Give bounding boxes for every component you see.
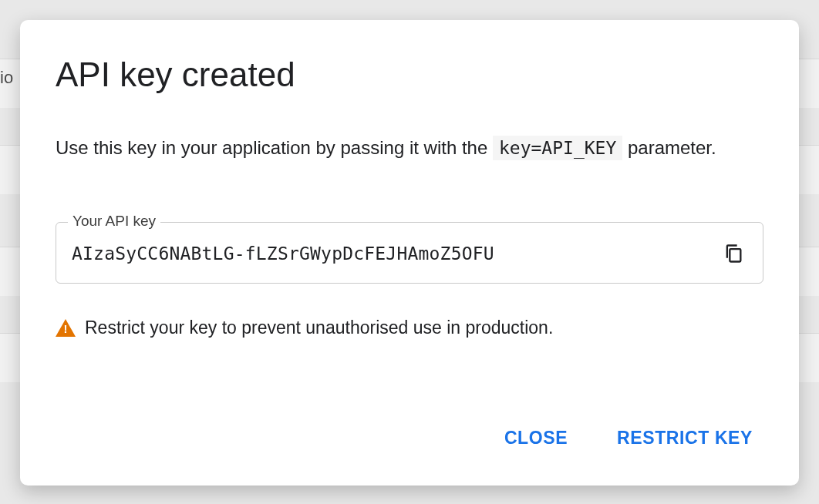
api-key-field: AIzaSyCC6NABtLG-fLZSrGWypDcFEJHAmoZ5OFU: [56, 222, 763, 284]
close-button[interactable]: CLOSE: [501, 420, 571, 456]
copy-button[interactable]: [720, 240, 747, 267]
desc-pre: Use this key in your application by pass…: [56, 137, 493, 158]
desc-code: key=API_KEY: [493, 136, 622, 160]
api-key-field-label: Your API key: [68, 213, 160, 230]
svg-rect-0: [730, 250, 740, 262]
desc-post: parameter.: [622, 137, 716, 158]
dialog-title: API key created: [56, 55, 763, 94]
api-key-created-dialog: API key created Use this key in your app…: [20, 20, 799, 486]
restrict-key-button[interactable]: RESTRICT KEY: [614, 420, 756, 456]
restrict-warning-text: Restrict your key to prevent unauthorise…: [85, 318, 553, 338]
api-key-value[interactable]: AIzaSyCC6NABtLG-fLZSrGWypDcFEJHAmoZ5OFU: [72, 244, 720, 264]
copy-icon: [723, 243, 744, 264]
warning-icon: [56, 319, 76, 337]
dialog-actions: CLOSE RESTRICT KEY: [56, 420, 763, 461]
api-key-field-wrap: Your API key AIzaSyCC6NABtLG-fLZSrGWypDc…: [56, 222, 763, 284]
restrict-warning-line: Restrict your key to prevent unauthorise…: [56, 318, 763, 338]
bg-cutoff-label: io: [0, 68, 13, 88]
dialog-description: Use this key in your application by pass…: [56, 136, 763, 160]
